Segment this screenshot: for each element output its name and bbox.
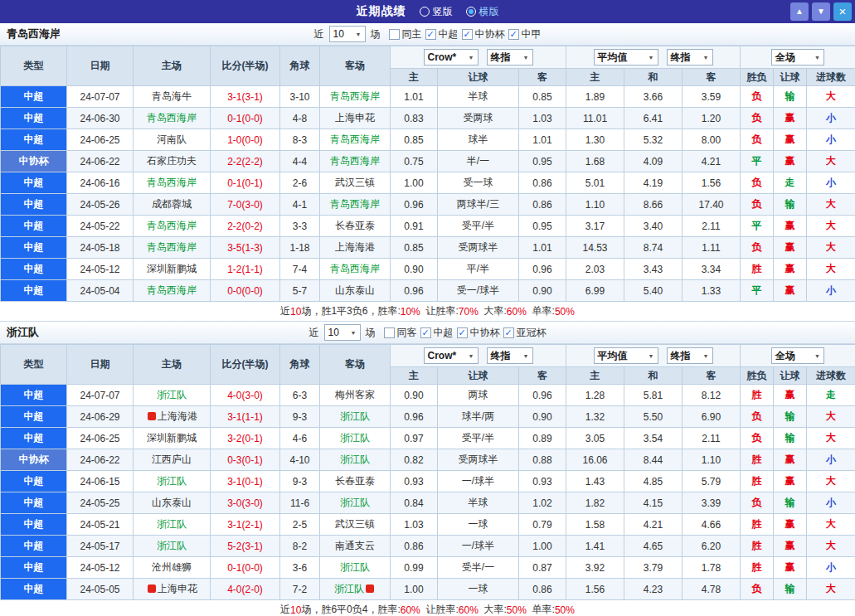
handicap-time-select[interactable]: 终指▼	[487, 347, 533, 364]
date-cell: 24-07-07	[67, 86, 134, 108]
result-cell: 负	[741, 172, 774, 194]
date-cell: 24-06-25	[67, 129, 134, 151]
goals-result-cell: 小	[807, 449, 855, 471]
event-icon[interactable]	[366, 584, 374, 593]
date-cell: 24-05-25	[67, 492, 134, 514]
radio-vertical-layout[interactable]: 竖版	[420, 5, 453, 19]
score-cell: 2-2(2-2)	[211, 151, 280, 172]
handicap-result-cell: 赢	[774, 557, 807, 579]
match-row: 中超24-06-25深圳新鹏城3-2(0-1)4-6浙江队0.97受平/半0.8…	[1, 428, 855, 449]
eu-away-odds-cell: 5.79	[683, 471, 741, 492]
filter-checkbox[interactable]: ✓中协杯	[462, 27, 505, 41]
ah-line-cell: 受半/一	[438, 557, 519, 579]
filter-checkbox[interactable]: 同主	[389, 27, 422, 41]
league-cell: 中超	[1, 172, 67, 194]
handicap-result-cell: 走	[774, 172, 807, 194]
home-team-cell: 成都蓉城	[134, 194, 211, 216]
away-team-cell: 青岛西海岸	[320, 129, 391, 151]
ah-line-cell: 受两球半	[438, 237, 519, 259]
goals-result-cell: 小	[807, 280, 855, 302]
date-cell: 24-06-22	[67, 449, 134, 471]
summary-segment: 60%	[401, 604, 420, 616]
chevron-down-icon: ▼	[703, 55, 709, 61]
scope-select[interactable]: 全场▼	[771, 49, 824, 65]
match-row: 中超24-06-25河南队1-0(0-0)8-3青岛西海岸0.85球半1.011…	[1, 129, 855, 151]
event-icon[interactable]	[148, 584, 156, 593]
date-cell: 24-06-29	[67, 406, 134, 428]
euro-source-select[interactable]: 平均值▼	[594, 49, 658, 65]
away-team-name: 青岛西海岸	[330, 198, 380, 210]
euro-time-select[interactable]: 终指▼	[667, 347, 713, 364]
ah-home-odds-cell: 0.90	[391, 385, 438, 406]
filter-checkbox[interactable]: ✓中超	[425, 27, 459, 41]
move-down-button[interactable]: ▼	[812, 2, 830, 21]
filter-checkbox[interactable]: ✓亚冠杯	[503, 326, 547, 340]
chevron-down-icon: ▼	[356, 32, 362, 37]
match-row: 中超24-06-16青岛西海岸0-1(0-1)2-6武汉三镇1.00受一球0.8…	[1, 172, 855, 194]
ah-home-odds-cell: 1.01	[391, 86, 438, 108]
radio-horizontal-layout[interactable]: 横版	[466, 5, 499, 19]
ah-home-odds-cell: 1.03	[391, 514, 438, 536]
filter-checkbox[interactable]: 同客	[384, 326, 417, 340]
handicap-result-cell: 输	[774, 194, 807, 216]
home-team-name: 浙江队	[157, 389, 187, 400]
handicap-result-cell: 赢	[774, 471, 807, 492]
ah-home-odds-cell: 0.96	[391, 280, 438, 302]
col-eu-draw: 和	[624, 367, 683, 385]
result-cell: 胜	[741, 385, 774, 406]
match-count-select[interactable]: 10 ▼	[329, 26, 366, 42]
result-cell: 平	[741, 216, 774, 237]
ah-home-odds-cell: 0.86	[391, 536, 438, 557]
ah-line-cell: 半球	[438, 492, 519, 514]
close-button[interactable]: ×	[833, 2, 852, 21]
handicap-result-cell: 输	[774, 492, 807, 514]
ah-away-odds-cell: 0.86	[519, 194, 566, 216]
event-icon[interactable]	[148, 412, 156, 420]
league-cell: 中超	[1, 514, 67, 536]
summary-segment: 60%	[507, 306, 527, 318]
league-cell: 中超	[1, 579, 67, 600]
filter-checkbox-label: 中协杯	[470, 326, 500, 340]
date-cell: 24-05-21	[67, 514, 134, 536]
filter-checkbox[interactable]: ✓中超	[420, 326, 454, 340]
score-cell: 1-0(0-0)	[211, 129, 280, 151]
euro-source-select[interactable]: 平均值▼	[594, 347, 658, 364]
away-team-name: 山东泰山	[335, 284, 375, 296]
summary-segment: 50%	[555, 604, 575, 616]
away-team-cell: 浙江队	[320, 428, 391, 449]
home-team-cell: 上海申花	[134, 579, 211, 600]
corner-cell: 4-1	[280, 194, 320, 216]
ah-line-cell: 球半/两	[438, 406, 519, 428]
result-cell: 负	[741, 194, 774, 216]
eu-away-odds-cell: 1.78	[683, 557, 741, 579]
col-ah-line: 让球	[438, 367, 519, 385]
filter-checkbox[interactable]: ✓中甲	[508, 27, 542, 41]
ah-away-odds-cell: 0.90	[519, 406, 566, 428]
ah-away-odds-cell: 1.00	[519, 536, 566, 557]
eu-home-odds-cell: 3.92	[566, 557, 624, 579]
handicap-source-select[interactable]: Crow*▼	[424, 49, 479, 65]
col-date: 日期	[67, 46, 134, 86]
move-up-button[interactable]: ▲	[790, 2, 809, 21]
score-cell: 3-1(3-1)	[211, 86, 280, 108]
col-score: 比分(半场)	[211, 345, 280, 385]
match-count-value: 10	[328, 327, 339, 338]
ah-away-odds-cell: 0.95	[519, 151, 566, 172]
away-team-cell: 浙江队	[320, 449, 391, 471]
home-team-cell: 青岛西海岸	[134, 108, 211, 129]
scope-select[interactable]: 全场▼	[771, 347, 824, 364]
result-cell: 负	[741, 237, 774, 259]
eu-home-odds-cell: 1.89	[566, 86, 624, 108]
checkbox-checked-icon: ✓	[503, 327, 514, 338]
match-count-select[interactable]: 10 ▼	[324, 324, 361, 341]
handicap-time-select[interactable]: 终指▼	[487, 49, 533, 65]
eu-home-odds-cell: 11.01	[566, 108, 624, 129]
section-header: 浙江队 近 10 ▼ 场 同客✓中超✓中协杯✓亚冠杯	[0, 322, 855, 344]
col-eu-draw: 和	[624, 69, 683, 86]
goals-result-cell: 走	[807, 385, 855, 406]
euro-time-select[interactable]: 终指▼	[667, 49, 713, 65]
col-date: 日期	[67, 345, 134, 385]
handicap-source-select[interactable]: Crow*▼	[424, 347, 479, 364]
near-label: 近	[314, 27, 324, 41]
filter-checkbox[interactable]: ✓中协杯	[457, 326, 500, 340]
